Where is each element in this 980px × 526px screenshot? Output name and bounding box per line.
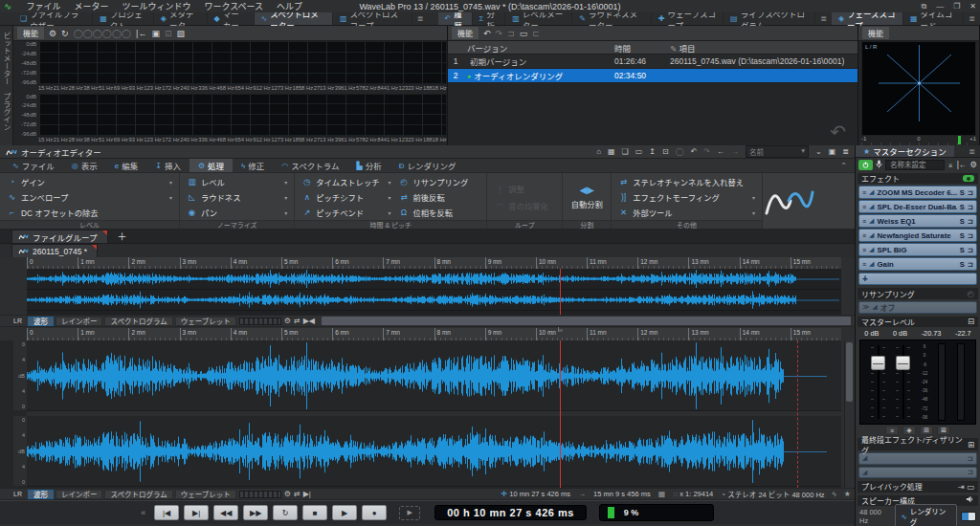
ribbon-button[interactable]: ◺ラウドネス▾ (187, 191, 287, 203)
phase-scope-display[interactable]: L / R (861, 41, 976, 136)
settings-gear-icon[interactable]: ⚙ (284, 490, 291, 498)
tool-tab[interactable]: Σ 分析 (473, 12, 506, 25)
tool-tab[interactable]: ❏ ファイルブラウザー (13, 12, 93, 25)
effect-slot[interactable]: ≡ ◢ Newfangled Saturate S ⊐ (858, 229, 977, 242)
titlebar-tool-icon[interactable]: ▭ (635, 147, 643, 156)
tool-tab[interactable]: ▦ タイムコード (903, 12, 964, 25)
ribbon-tab[interactable]: ∿ ファイル (4, 159, 63, 172)
effect-slot[interactable]: ≡ ◢ Weiss EQ1 S ⊐ (858, 214, 977, 228)
ribbon-button[interactable]: ↗ピッチベンド▾ (301, 207, 390, 218)
effect-slot[interactable]: ≡ ◢ SPL De-Esser Dual-Ba... S ⊐ (858, 200, 977, 213)
solo-button[interactable]: S (960, 231, 965, 240)
solo-button[interactable]: S (960, 246, 965, 254)
monitor-toggle[interactable] (961, 512, 976, 521)
functions-button[interactable]: 機能 (17, 27, 44, 39)
playback-settings-button[interactable]: ▶ (399, 506, 420, 520)
fader-right[interactable] (896, 343, 910, 421)
transport-button[interactable]: ● (362, 505, 387, 520)
preset-name-field[interactable]: 名称未設定 (885, 160, 945, 170)
folder-icon[interactable]: ▭ (520, 29, 528, 38)
menu-item[interactable]: ワークスペース (197, 0, 270, 12)
transport-button[interactable]: ▶▶ (243, 505, 268, 520)
final-effect-slot[interactable]: ◢⊐ (858, 467, 977, 479)
titlebar-tool-icon[interactable]: ⊡ (662, 147, 669, 156)
menu-item[interactable]: ツールウィンドウ (115, 0, 197, 12)
transport-button[interactable]: ↻ (273, 505, 298, 520)
editor-menu-icon[interactable]: ≣ (842, 147, 849, 156)
intensity-slider[interactable] (239, 318, 281, 325)
route-icon[interactable]: ⇥ (958, 482, 965, 492)
tool-tab[interactable]: ◆ マーカー (208, 12, 255, 25)
view-mode-button[interactable]: スペクトログラム (104, 317, 172, 326)
bypass-button[interactable]: ⊐ (968, 231, 973, 240)
ribbon-tab[interactable]: Ð レンダリング (390, 159, 465, 172)
reset-icon[interactable]: ↻ (61, 29, 69, 38)
view-mode-button[interactable]: ウェーブレット (175, 317, 236, 326)
tool-tab[interactable]: ∿ スペクトロメーター (255, 12, 333, 25)
play-from-here-icon[interactable]: ▶| (303, 490, 311, 498)
window-control-icon[interactable]: ✕ (969, 2, 976, 11)
sample-rate-label[interactable]: 48 000 Hz (859, 508, 891, 525)
render-button[interactable]: ∿レンダリング (895, 504, 957, 526)
favorite-star-icon[interactable]: ★ (844, 490, 851, 498)
transport-collapse-icon[interactable]: « (141, 508, 145, 517)
ribbon-button[interactable]: Ω位相を反転 (399, 207, 480, 218)
add-file-group-button[interactable]: ＋ (114, 229, 131, 243)
drag-handle-icon[interactable]: ≡ (862, 232, 866, 239)
ribbon-button[interactable]: ◀▶ 自動分割 (563, 173, 611, 220)
effect-slot[interactable]: ≡ ◢ SPL BiG S ⊐ (858, 243, 977, 256)
center-view-icon[interactable]: ▶◀ (303, 317, 315, 325)
monitor-mic-icon[interactable] (876, 160, 882, 170)
tool-tab[interactable]: ↶ 履歴 (438, 12, 473, 25)
ribbon-collapse-icon[interactable]: ⌃ (833, 159, 855, 172)
panel-options-icon[interactable]: ≣ (964, 145, 980, 157)
tool-tab[interactable]: ▥ スペクトロスコープ (333, 12, 412, 25)
grid-icon[interactable]: ▦ (658, 490, 666, 498)
master-settings-gear-icon[interactable]: ⚙ (969, 160, 977, 169)
redo-icon[interactable]: ↷ (496, 29, 503, 38)
view-mode-button[interactable]: レインボー (56, 490, 103, 499)
history-row[interactable]: 1 初期バージョン 01:26:46 260115_0745.wav (D:\t… (448, 55, 858, 69)
effects-enabled-toggle[interactable] (963, 175, 974, 182)
bypass-button[interactable]: ⊐ (968, 260, 973, 269)
menu-item[interactable]: ファイル (19, 0, 67, 12)
tool-tab[interactable]: ✎ ラウドネスメーター (572, 12, 652, 25)
column-item[interactable]: ✎ 項目 (670, 42, 858, 54)
goto-start-icon[interactable]: |← (136, 29, 146, 38)
snapshot-icon[interactable]: ▣ (151, 29, 160, 38)
drag-handle-icon[interactable]: ≡ (862, 204, 866, 210)
master-section-tab[interactable]: ★ マスターセクション (856, 145, 954, 157)
sync-views-icon[interactable]: ⇄ (294, 490, 301, 498)
ribbon-button[interactable]: ✕外部ツール▾ (618, 207, 755, 218)
rail-tab-plugin[interactable]: プラグイン (1, 93, 11, 131)
branch-icon[interactable]: ⊐ (507, 29, 515, 38)
file-group-tab[interactable]: ファイルグループ (11, 230, 108, 243)
window-control-icon[interactable]: — (936, 2, 944, 11)
bypass-button[interactable]: ⊐ (968, 217, 973, 226)
transport-button[interactable]: ◀◀ (213, 505, 238, 520)
add-effect-button[interactable]: + (858, 273, 977, 285)
zoom-ratio[interactable]: x 1: 29414 (679, 490, 713, 498)
flash-icon[interactable]: ϟ (833, 490, 836, 498)
settings-gear-icon[interactable]: ⚙ (284, 317, 291, 325)
main-waveform-view[interactable]: 04dB40 04dB40 (0, 340, 841, 488)
column-time[interactable]: 時間 (614, 42, 670, 54)
transport-button[interactable]: |◀ (154, 505, 179, 520)
view-mode-button[interactable]: スペクトログラム (104, 490, 172, 499)
tool-tab[interactable]: ◈ フェーズスコープ (832, 12, 903, 25)
cursor-head-marker[interactable] (558, 327, 563, 332)
transport-button[interactable]: ▶| (184, 505, 209, 520)
titlebar-tool-icon[interactable]: → (731, 147, 739, 156)
bypass-all-icon[interactable]: ⌅ (947, 160, 954, 169)
ribbon-button[interactable]: ◠音の均質化 (494, 200, 555, 211)
solo-button[interactable]: S (960, 203, 965, 211)
master-power-button[interactable] (858, 160, 873, 170)
panel-options-icon[interactable]: ≣ (412, 12, 429, 25)
titlebar-tool-icon[interactable]: ◯ (676, 147, 684, 156)
titlebar-tool-icon[interactable]: ⌂ (596, 147, 601, 156)
ribbon-button[interactable]: ◴リサンプリング (399, 176, 480, 187)
final-effect-slot[interactable]: ◢⊐ (858, 452, 977, 465)
menu-item[interactable]: メーター (67, 0, 115, 12)
solo-button[interactable]: S (960, 260, 965, 269)
panel-options-icon[interactable]: ≣ (964, 12, 980, 25)
